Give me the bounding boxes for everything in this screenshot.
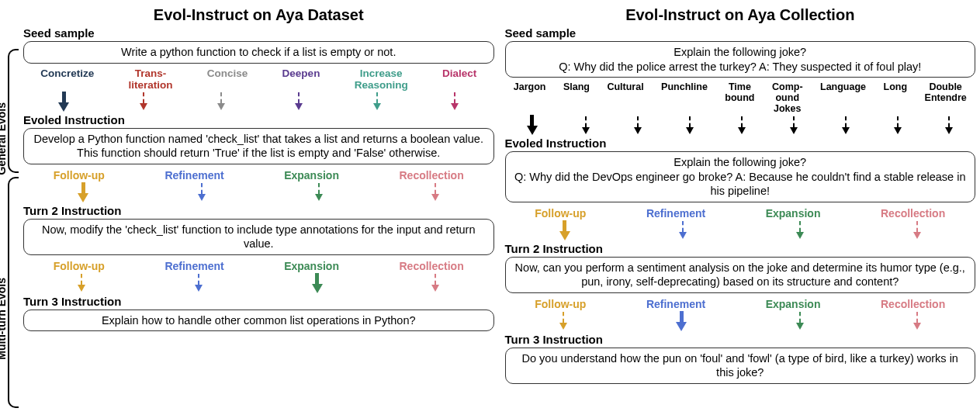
tag-increase-reasoning: Increase Reasoning <box>355 67 408 91</box>
tag-expansion: Expansion <box>766 207 821 220</box>
arrow-jargon <box>527 115 538 135</box>
arrow-deepen <box>295 92 303 110</box>
tag-time-bound: Time bound <box>725 81 754 114</box>
seed-head-right: Seed sample <box>505 26 976 40</box>
turn3-head-right: Turn 3 Instruction <box>505 333 976 346</box>
evoled-text-right-l1: Explain the following joke? <box>512 155 969 170</box>
label-general-evols: General Evols <box>0 102 8 175</box>
tag-punchline: Punchline <box>661 81 708 114</box>
evoled-text-right-l2: Q: Why did the DevOps engineer go broke?… <box>512 170 969 199</box>
turn3-head-left: Turn 3 Instruction <box>23 295 494 308</box>
arrow-expansion <box>796 221 804 239</box>
arrow-concretize <box>58 92 69 112</box>
tag-recollection: Recollection <box>399 260 463 272</box>
arrow-expansion <box>796 312 804 330</box>
title-left: Evol-Instruct on Aya Dataset <box>23 6 494 24</box>
arrow-followup <box>559 312 567 330</box>
bracket-multi <box>8 177 19 408</box>
tag-compound-jokes: Comp- ound Jokes <box>772 81 803 114</box>
tag-cultural: Cultural <box>607 81 643 114</box>
tag-refinement: Refinement <box>164 260 223 272</box>
arrow-concise <box>217 92 225 110</box>
col-aya-collection: Evol-Instruct on Aya Collection Seed sam… <box>505 6 976 384</box>
evoled-box-right: Explain the following joke? Q: Why did t… <box>505 151 976 202</box>
seed-box-left: Write a python function to check if a li… <box>23 41 494 64</box>
arrow-followup <box>78 182 88 202</box>
tag-concise: Concise <box>207 67 248 91</box>
tag-refinement: Refinement <box>646 298 705 310</box>
turn2-head-right: Turn 2 Instruction <box>505 242 976 255</box>
evoled-text-left: Develop a Python function named 'check_l… <box>34 133 483 160</box>
bracket-general <box>8 49 19 173</box>
mt-tags-left-2: Follow-up Refinement Expansion Recollect… <box>23 260 494 272</box>
arrow-followup <box>78 274 85 292</box>
arrow-long <box>894 116 902 134</box>
tag-refinement: Refinement <box>646 207 705 220</box>
tag-deepen: Deepen <box>282 67 320 91</box>
turn2-head-left: Turn 2 Instruction <box>23 204 494 217</box>
tag-language: Language <box>820 81 866 114</box>
tag-refinement: Refinement <box>164 169 223 182</box>
label-multi-turn-evols: Multi-turn Evols <box>0 278 8 360</box>
arrow-double-entendre <box>945 116 953 134</box>
mt-arrows-left-1 <box>23 182 494 203</box>
tag-dialect: Dialect <box>442 67 476 91</box>
arrow-expansion <box>312 273 323 293</box>
evoled-head-left: Evoled Instruction <box>23 113 494 126</box>
tag-slang: Slang <box>563 81 590 114</box>
turn2-text-left: Now, modify the 'check_list' function to… <box>42 223 475 251</box>
turn2-text-right: Now, can you perform a sentiment analysi… <box>515 261 965 289</box>
tag-recollection: Recollection <box>881 298 945 310</box>
arrow-refinement <box>195 274 203 292</box>
arrow-followup <box>559 220 570 240</box>
mt-arrows-right-1 <box>505 220 976 241</box>
tag-expansion: Expansion <box>284 169 339 182</box>
mt-arrows-left-2 <box>23 272 494 294</box>
arrow-dialect <box>451 92 459 110</box>
turn3-box-left: Explain how to handle other common list … <box>23 310 494 332</box>
tag-concretize: Concretize <box>40 67 94 91</box>
title-right: Evol-Instruct on Aya Collection <box>505 6 976 24</box>
gen-tags-right: Jargon Slang Cultural Punchline Time bou… <box>505 81 976 114</box>
tag-transliteration: Trans- literation <box>128 67 172 91</box>
col-aya-dataset: Evol-Instruct on Aya Dataset Seed sample… <box>23 6 494 384</box>
arrow-recollection <box>913 312 921 330</box>
gen-tags-left: Concretize Trans- literation Concise Dee… <box>23 67 494 91</box>
evoled-head-right: Evoled Instruction <box>505 137 976 150</box>
tag-followup: Follow-up <box>54 260 105 272</box>
arrow-increase-reasoning <box>373 92 381 110</box>
arrow-transliteration <box>140 92 147 110</box>
arrow-slang <box>582 116 590 134</box>
tag-recollection: Recollection <box>399 169 463 182</box>
arrow-language <box>842 116 850 134</box>
arrow-punchline <box>686 116 694 134</box>
arrow-time-bound <box>738 116 746 134</box>
mt-tags-left-1: Follow-up Refinement Expansion Recollect… <box>23 169 494 182</box>
gen-arrows-right <box>505 114 976 136</box>
tag-followup: Follow-up <box>535 207 586 220</box>
tag-jargon: Jargon <box>514 81 546 114</box>
evoled-box-left: Develop a Python function named 'check_l… <box>23 128 494 164</box>
columns: Evol-Instruct on Aya Dataset Seed sample… <box>23 6 975 384</box>
turn3-text-right: Do you understand how the pun on 'foul' … <box>522 352 958 379</box>
seed-box-right: Explain the following joke? Q: Why did t… <box>505 41 976 78</box>
arrow-refinement <box>198 183 206 201</box>
gen-arrows-left <box>23 91 494 112</box>
tag-recollection: Recollection <box>881 207 945 220</box>
arrow-compound-jokes <box>790 116 798 134</box>
arrow-cultural <box>634 116 642 134</box>
tag-long: Long <box>884 81 908 114</box>
tag-followup: Follow-up <box>535 298 586 310</box>
turn3-box-right: Do you understand how the pun on 'foul' … <box>505 348 976 384</box>
tag-expansion: Expansion <box>766 298 821 310</box>
seed-head-left: Seed sample <box>23 26 494 40</box>
mt-arrows-right-2 <box>505 310 976 332</box>
tag-followup: Follow-up <box>54 169 105 182</box>
arrow-recollection <box>431 183 439 201</box>
turn2-box-right: Now, can you perform a sentiment analysi… <box>505 257 976 293</box>
arrow-expansion <box>315 183 323 201</box>
tag-expansion: Expansion <box>284 260 339 272</box>
arrow-recollection <box>913 221 921 239</box>
seed-text-right-l1: Explain the following joke? <box>512 45 969 60</box>
turn2-box-left: Now, modify the 'check_list' function to… <box>23 219 494 255</box>
